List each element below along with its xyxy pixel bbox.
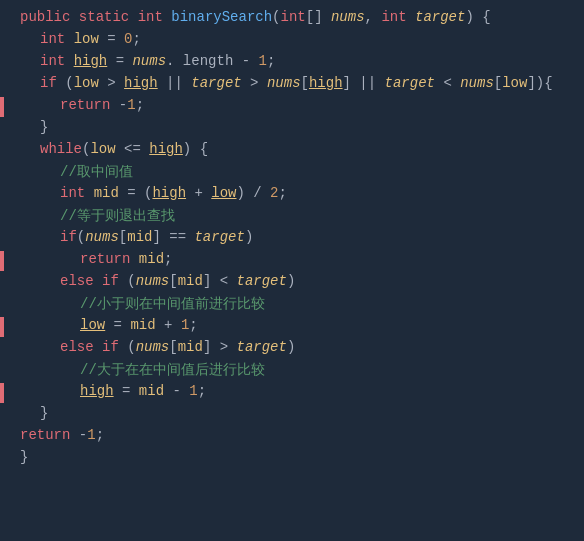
line-content: return -1; <box>10 97 144 113</box>
code-line: //大于在在中间值后进行比较 <box>0 360 584 382</box>
token: <= <box>116 141 150 157</box>
line-content: //等于则退出查找 <box>10 207 175 225</box>
line-content: if(nums[mid] == target) <box>10 229 253 245</box>
token: ( <box>119 339 136 355</box>
token: //等于则退出查找 <box>60 208 175 224</box>
token: low <box>74 75 99 91</box>
token: nums <box>331 9 365 25</box>
code-line: int low = 0; <box>0 30 584 52</box>
token: 1 <box>127 97 135 113</box>
token: int <box>138 9 163 25</box>
token <box>94 339 102 355</box>
line-bar <box>0 97 4 117</box>
token: , <box>365 9 382 25</box>
line-content: } <box>10 449 28 465</box>
token: if <box>102 339 119 355</box>
token: > <box>242 75 267 91</box>
token: ; <box>198 383 206 399</box>
code-viewer: public static int binarySearch(int[] num… <box>0 0 584 541</box>
line-content: else if (nums[mid] < target) <box>10 273 295 289</box>
token: if <box>102 273 119 289</box>
token: target <box>415 9 465 25</box>
token: 1 <box>87 427 95 443</box>
line-content: while(low <= high) { <box>10 141 208 157</box>
token: } <box>40 405 48 421</box>
token: target <box>194 229 244 245</box>
token: ) / <box>237 185 271 201</box>
token: return <box>20 427 70 443</box>
token: - <box>233 53 258 69</box>
token: 2 <box>270 185 278 201</box>
token: nums <box>136 339 170 355</box>
token: nums <box>267 75 301 91</box>
token: } <box>40 119 48 135</box>
token <box>85 185 93 201</box>
code-line: if (low > high || target > nums[high] ||… <box>0 74 584 96</box>
line-content: else if (nums[mid] > target) <box>10 339 295 355</box>
code-line: return -1; <box>0 96 584 118</box>
code-line: //小于则在中间值前进行比较 <box>0 294 584 316</box>
token: if <box>60 229 77 245</box>
token: mid <box>127 229 152 245</box>
token <box>129 9 137 25</box>
token: low <box>80 317 105 333</box>
token: ) <box>245 229 253 245</box>
token: ) <box>287 273 295 289</box>
token: ] < <box>203 273 237 289</box>
token: mid <box>178 273 203 289</box>
token: mid <box>139 383 164 399</box>
token: //大于在在中间值后进行比较 <box>80 362 265 378</box>
token: ]){ <box>527 75 552 91</box>
code-line: //取中间值 <box>0 162 584 184</box>
token <box>65 53 73 69</box>
token: mid <box>178 339 203 355</box>
token: ; <box>279 185 287 201</box>
token: ; <box>189 317 197 333</box>
token: = <box>114 383 139 399</box>
line-content: int high = nums. length - 1; <box>10 53 275 69</box>
token: ( <box>272 9 280 25</box>
token: mid <box>94 185 119 201</box>
token <box>94 273 102 289</box>
token: 1 <box>259 53 267 69</box>
code-line: else if (nums[mid] < target) <box>0 272 584 294</box>
token: int <box>40 31 65 47</box>
token: target <box>191 75 241 91</box>
token: } <box>20 449 28 465</box>
code-line: return -1; <box>0 426 584 448</box>
token: nums <box>460 75 494 91</box>
token: high <box>74 53 108 69</box>
token: return <box>80 251 130 267</box>
token: ; <box>132 31 140 47</box>
token: [ <box>169 339 177 355</box>
code-line: //等于则退出查找 <box>0 206 584 228</box>
token: high <box>124 75 158 91</box>
token: ( <box>77 229 85 245</box>
token <box>407 9 415 25</box>
line-bar <box>0 317 4 337</box>
token: ; <box>136 97 144 113</box>
token: target <box>236 273 286 289</box>
token: ; <box>267 53 275 69</box>
token: int <box>40 53 65 69</box>
token: || <box>158 75 192 91</box>
token <box>65 31 73 47</box>
token: return <box>60 97 110 113</box>
code-line: } <box>0 448 584 470</box>
line-content: return mid; <box>10 251 172 267</box>
token: ) { <box>465 9 490 25</box>
token: ] > <box>203 339 237 355</box>
code-line: else if (nums[mid] > target) <box>0 338 584 360</box>
code-line: low = mid + 1; <box>0 316 584 338</box>
token: low <box>90 141 115 157</box>
token: target <box>236 339 286 355</box>
token <box>70 9 78 25</box>
line-bar <box>0 383 4 403</box>
token: ; <box>164 251 172 267</box>
token: int <box>60 185 85 201</box>
line-content: } <box>10 405 48 421</box>
token: mid <box>139 251 164 267</box>
line-content: public static int binarySearch(int[] num… <box>10 9 491 25</box>
token: high <box>149 141 183 157</box>
line-content: int low = 0; <box>10 31 141 47</box>
